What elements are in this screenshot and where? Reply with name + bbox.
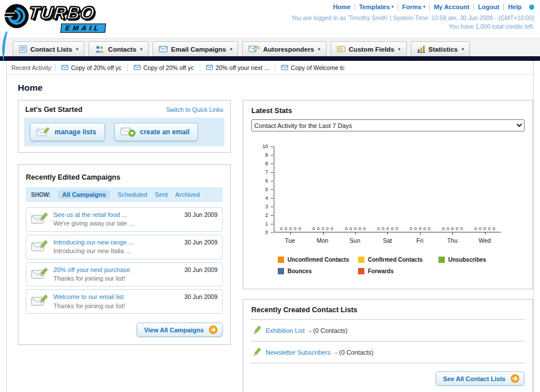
top-nav-help[interactable]: Help: [503, 3, 526, 10]
contact-list-item[interactable]: Newsletter Subscribers- (0 Contacts): [251, 341, 525, 363]
stats-period-select[interactable]: Contact Activity for the Last 7 Days: [251, 119, 525, 131]
chevron-down-icon: ▾: [318, 47, 320, 52]
chevron-down-icon: ▾: [76, 47, 79, 52]
recent-activity-item[interactable]: Copy of 20% off yc: [127, 64, 200, 72]
y-tick-label: 7: [265, 170, 268, 175]
recent-activity-item[interactable]: Copy of 20% off yc: [55, 64, 127, 72]
bar-value-label: 0: [349, 226, 352, 231]
bar-value-label: 0: [386, 226, 389, 231]
x-axis-label: Tue: [274, 237, 306, 244]
y-tick: [271, 215, 273, 216]
top-nav-my-account[interactable]: My Account: [429, 3, 473, 10]
contact-lists-title: Recently Created Contact Lists: [251, 306, 525, 320]
top-nav-templates[interactable]: Templates▾: [355, 3, 398, 10]
nav-tab-contact-lists[interactable]: Contact Lists▾: [13, 41, 84, 56]
get-started-header: Let's Get Started Switch to Quick Links: [18, 100, 230, 118]
top-nav-home[interactable]: Home: [329, 3, 355, 10]
y-tick: [271, 155, 273, 156]
campaign-list-item[interactable]: See us at the retail food ...We're givin…: [26, 207, 223, 232]
manage-lists-button[interactable]: manage lists: [30, 123, 105, 141]
help-bubble-icon[interactable]: [529, 5, 534, 10]
campaign-tab-scheduled[interactable]: Scheduled: [118, 191, 147, 198]
x-axis-label: Sun: [339, 237, 371, 244]
login-status: You are logged in as 'Timothy Smith' | S…: [291, 14, 534, 21]
chart-group: 00000: [404, 146, 436, 232]
campaign-subtitle: Thanks for joining our list!: [53, 274, 130, 283]
campaign-list-item[interactable]: Introducing our new range ...Introducing…: [26, 235, 223, 259]
campaign-tab-sent[interactable]: Sent: [155, 191, 168, 198]
nav-tab-autoresponders[interactable]: Autoresponders▾: [242, 41, 326, 56]
view-all-campaigns-label: View All Campaigns: [144, 327, 204, 333]
y-tick: [271, 164, 273, 164]
chevron-down-icon: ▾: [398, 47, 401, 52]
recent-activity-item[interactable]: Copy of Welcome tc: [275, 64, 351, 72]
switch-quick-links-link[interactable]: Switch to Quick Links: [166, 106, 223, 113]
top-nav-forms[interactable]: Forms▾: [398, 3, 429, 10]
x-axis-label: Mon: [306, 237, 339, 244]
campaign-text: See us at the retail food ...We're givin…: [53, 211, 134, 228]
contact-lists-footer: See All Contact Lists: [251, 363, 525, 387]
campaign-title-link[interactable]: See us at the retail food ...: [53, 211, 134, 219]
header: TURBO EMAIL HomeTemplates▾Forms▾My Accou…: [0, 0, 540, 37]
nav-tab-statistics[interactable]: Statistics▾: [411, 41, 471, 56]
edit-campaign-icon: [31, 211, 48, 226]
app-logo[interactable]: TURBO EMAIL: [3, 2, 153, 35]
x-tick: [290, 232, 291, 235]
nav-tab-contacts[interactable]: Contacts▾: [88, 41, 149, 56]
campaign-title-link[interactable]: Introducing our new range ...: [53, 238, 134, 247]
chart-group: 00000: [306, 146, 339, 232]
latest-stats-title: Latest Stats: [251, 107, 525, 115]
legend-item-confirmed-contacts: Confirmed Contacts: [358, 257, 438, 263]
x-axis-label: Wed: [468, 237, 501, 244]
legend-item-unconfirmed-contacts: Unconfirmed Contacts: [278, 257, 358, 263]
campaign-date: 30 Jun 2009: [184, 266, 217, 273]
chart-group: 00000: [436, 146, 468, 232]
nav-divider-bar: [0, 56, 540, 61]
campaign-title-link[interactable]: 20% off your next purchase: [53, 266, 130, 274]
bar-value-label: 0: [363, 226, 366, 231]
pencil-envelope-icon: [36, 126, 50, 138]
edit-campaign-icon: [31, 293, 48, 308]
bar-value-label: 0: [424, 226, 426, 231]
campaign-tab-all-campaigns[interactable]: All Campaigns: [58, 190, 110, 199]
campaign-date: 30 Jun 2009: [184, 238, 217, 246]
contact-list-item[interactable]: Exhibition List- (0 Contacts): [251, 320, 525, 341]
campaign-list-item[interactable]: Welcome to our email listThanks for join…: [26, 289, 223, 314]
email-campaigns-icon: [159, 46, 168, 52]
see-all-contact-lists-button[interactable]: See All Contact Lists: [436, 371, 525, 386]
bar-value-label: 0: [410, 226, 412, 231]
campaign-list-item[interactable]: 20% off your next purchaseThanks for joi…: [26, 262, 223, 287]
campaign-title-link[interactable]: Welcome to our email list: [53, 293, 125, 301]
campaign-text: Introducing our new range ...Introducing…: [53, 238, 134, 256]
campaign-tab-archived[interactable]: Archived: [175, 191, 200, 198]
view-all-campaigns-button[interactable]: View All Campaigns: [137, 323, 223, 337]
contact-list-link[interactable]: Exhibition List: [266, 327, 305, 334]
chevron-down-icon: ▾: [141, 47, 143, 52]
legend-swatch: [358, 268, 364, 274]
contact-lists-list: Exhibition List- (0 Contacts)Newsletter …: [251, 320, 525, 363]
y-tick: [271, 232, 273, 233]
arrow-circle-icon: [209, 325, 217, 334]
recent-activity-item[interactable]: 20% off your next ...: [200, 64, 275, 72]
top-nav-logout[interactable]: Logout: [473, 3, 503, 10]
logo-swirl-icon: [3, 3, 30, 31]
x-tick: [420, 232, 421, 235]
y-tick-label: 3: [265, 204, 268, 209]
get-started-title: Let's Get Started: [25, 106, 83, 114]
y-tick: [271, 181, 273, 181]
recent-activity-label: Recent Activity:: [11, 64, 55, 71]
chart-group: 00000: [274, 146, 306, 232]
bar-value-label: 0: [391, 226, 393, 231]
create-email-button[interactable]: create an email: [114, 123, 199, 141]
nav-tab-email-campaigns[interactable]: Email Campaigns▾: [153, 41, 238, 56]
nav-tab-custom-fields[interactable]: Custom Fields▾: [331, 41, 407, 56]
campaign-text: Welcome to our email listThanks for join…: [53, 293, 125, 311]
legend-item-unsubscribes: Unsubscribes: [438, 257, 519, 263]
contact-list-link[interactable]: Newsletter Subscribers: [266, 349, 331, 356]
bar-value-label: 0: [488, 226, 490, 231]
pencil-icon: [252, 347, 261, 358]
logo-title: TURBO: [28, 3, 96, 24]
envelope-icon: [281, 65, 288, 70]
y-tick-label: 5: [265, 187, 268, 192]
envelope-icon: [134, 65, 141, 70]
